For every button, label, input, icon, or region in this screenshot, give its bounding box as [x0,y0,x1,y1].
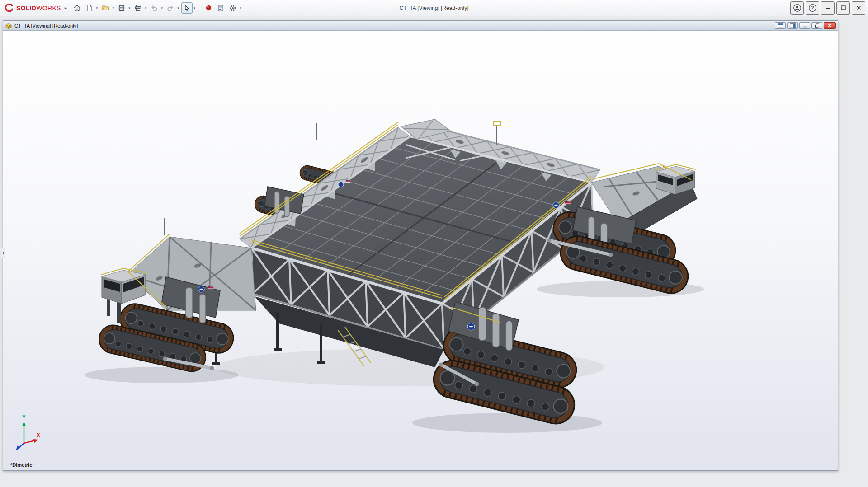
select-tool-caret[interactable]: ▾ [193,6,197,10]
close-button[interactable] [852,1,865,15]
brand-flyout-arrow[interactable]: ▸ [65,5,67,10]
display-pane-left-button[interactable] [775,22,786,29]
account-icon [793,4,802,12]
document-minimize-icon [802,23,807,28]
new-document-caret[interactable]: ▾ [95,6,99,10]
document-minimize-button[interactable] [799,22,810,29]
document-restore-icon [815,23,820,28]
save-caret[interactable]: ▾ [127,6,132,10]
truck-south [430,302,580,428]
maximize-icon [840,5,847,11]
open-folder-icon [102,4,109,12]
panel-splitter-tab[interactable] [1,248,5,258]
document-close-icon [827,23,832,28]
display-pane-right-button[interactable] [787,22,798,29]
maximize-button[interactable] [836,1,850,15]
document-window: CT_TA [Viewing] [Read-only] [3,20,838,471]
gear-icon [229,5,236,12]
close-icon [855,5,862,11]
options-caret[interactable]: ▾ [239,6,243,10]
triad-x-label: X [37,432,40,438]
document-close-button[interactable] [824,22,836,29]
minimize-button[interactable] [821,1,835,15]
document-window-controls [775,22,836,29]
brand-works: WORKS [36,5,61,12]
new-document-button[interactable] [84,2,95,14]
select-tool-button[interactable] [181,2,193,14]
open-caret[interactable]: ▾ [111,6,115,10]
help-button[interactable]: ? [806,1,819,15]
document-title: CT_TA [Viewing] [Read-only] [14,23,78,28]
solidworks-logo: SOLIDWORKS [3,4,63,13]
help-icon: ? [808,4,817,12]
save-button[interactable] [116,2,127,14]
pane-right-icon [790,23,796,28]
xpress-orb-button[interactable] [203,2,214,14]
main-toolbar: ▾ ▾ ▾ [71,2,243,14]
viewport-3d[interactable]: Y X *Dimetric [3,31,838,470]
options-button[interactable] [227,2,239,14]
pane-left-icon [778,23,783,28]
undo-icon [151,5,158,12]
print-icon [134,4,142,12]
orientation-triad: Y X [7,413,45,451]
account-button[interactable] [790,1,804,15]
home-icon [73,4,81,12]
solidworks-swirl-icon [5,4,14,13]
triad-y-label: Y [22,414,26,420]
document-restore-button[interactable] [811,22,822,29]
open-button[interactable] [100,2,111,14]
file-properties-button[interactable] [215,2,226,14]
xpress-orb-icon [205,5,212,11]
help-glyph: ? [811,5,814,10]
brand-solid: SOLID [16,5,36,12]
redo-caret[interactable]: ▾ [176,6,180,10]
print-button[interactable] [132,2,144,14]
redo-button[interactable] [165,2,176,14]
print-caret[interactable]: ▾ [144,6,148,10]
home-button[interactable] [71,2,83,14]
assembly-document-icon [5,22,12,29]
undo-caret[interactable]: ▾ [160,6,164,10]
save-icon [118,5,125,12]
crawler-transporter-model [3,31,838,470]
document-titlebar[interactable]: CT_TA [Viewing] [Read-only] [3,21,838,31]
app-titlebar: SOLIDWORKS ▸ ▾ ▾ [0,0,868,16]
redo-icon [167,5,174,12]
app-window-controls: ? [790,1,865,15]
view-orientation-label: *Dimetric [10,462,32,468]
undo-button[interactable] [149,2,160,14]
brand-text: SOLIDWORKS [16,5,61,12]
minimize-icon [825,5,831,11]
new-document-icon [85,5,93,12]
select-arrow-icon [183,5,190,12]
file-properties-icon [217,5,224,12]
app-window-title: CT_TA [Viewing] [Read-only] [400,0,469,16]
